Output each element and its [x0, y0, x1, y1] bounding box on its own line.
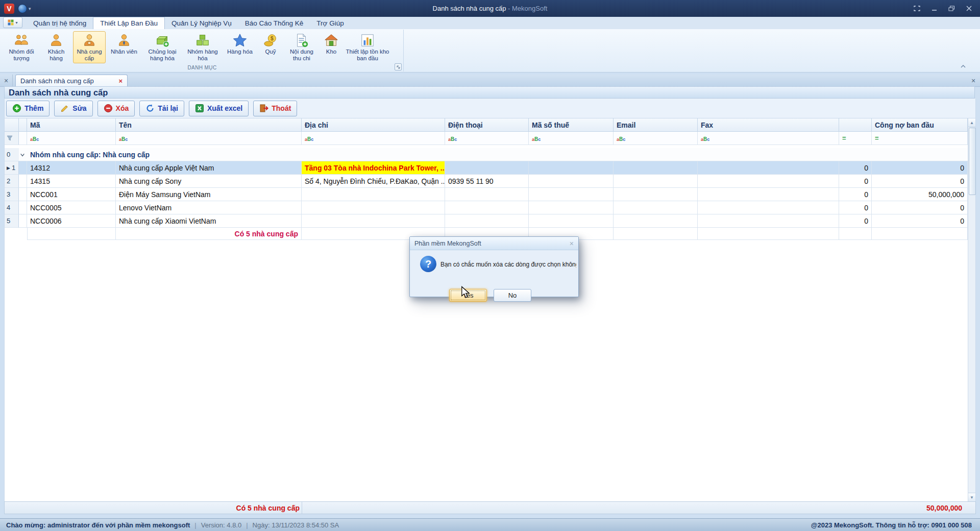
- dialog-close-icon[interactable]: ×: [570, 239, 574, 248]
- ribbon-item-thiet-lap-ton-kho[interactable]: Thiết lập tồn kho ban đầu: [344, 31, 391, 63]
- fullscreen-icon[interactable]: [910, 4, 924, 14]
- export-excel-button[interactable]: Xuất excel: [189, 101, 249, 116]
- filter-email[interactable]: aBc: [614, 132, 698, 145]
- scroll-up-icon[interactable]: ▲: [968, 118, 975, 127]
- window-controls: [910, 4, 976, 14]
- ribbon-item-hang-hoa[interactable]: Hàng hóa: [223, 31, 257, 57]
- table-row[interactable]: ▶1 14312 Nhà cung cấp Apple Việt Nam Tần…: [5, 161, 968, 175]
- no-button[interactable]: No: [494, 289, 531, 302]
- grid-footer-summary: Có 5 nhà cung cấp 50,000,000: [4, 501, 976, 514]
- status-date: Ngày: 13/11/2023 8:54:50 SA: [253, 521, 339, 529]
- dialog-title-bar[interactable]: Phần mềm MekongSoft ×: [410, 237, 578, 250]
- cell-c1: 0: [839, 161, 872, 175]
- filter-ten[interactable]: aBc: [116, 132, 302, 145]
- add-icon: [12, 104, 21, 113]
- filter-blank[interactable]: =: [839, 132, 872, 145]
- exit-button[interactable]: Thoát: [253, 101, 297, 116]
- scroll-down-icon[interactable]: ▼: [968, 493, 975, 501]
- fund-coins-icon: $: [263, 33, 278, 48]
- column-header-email[interactable]: Email: [614, 118, 698, 132]
- filter-dia-chi[interactable]: aBc: [302, 132, 445, 145]
- app-menu-grid-icon: [8, 19, 14, 26]
- cell-ma: 14315: [27, 175, 116, 188]
- quick-access-icon[interactable]: [18, 4, 27, 13]
- column-header-dia-chi[interactable]: Địa chỉ: [302, 118, 445, 132]
- collapse-ribbon-icon[interactable]: [961, 61, 966, 70]
- delete-button[interactable]: Xóa: [97, 101, 135, 116]
- cell-c1: 0: [839, 214, 872, 228]
- column-header-ma[interactable]: Mã: [27, 118, 116, 132]
- group-row[interactable]: 0 Nhóm nhà cung cấp: Nhà cung cấp: [5, 148, 968, 161]
- edit-button[interactable]: Sửa: [54, 101, 92, 116]
- receipt-content-icon: [294, 33, 309, 48]
- restore-icon[interactable]: [944, 4, 959, 14]
- text-filter-icon: aBc: [30, 134, 39, 142]
- cell-ma: NCC001: [27, 188, 116, 201]
- ribbon-tab-tro-giup[interactable]: Trợ Giúp: [310, 17, 350, 29]
- group-dialog-launcher-icon[interactable]: [395, 63, 402, 70]
- app-logo-icon[interactable]: V: [4, 4, 14, 14]
- cell-ma: NCC0006: [27, 214, 116, 228]
- confirm-delete-dialog: Phần mềm MekongSoft × ? Bạn có chắc muốn…: [409, 236, 579, 297]
- ribbon-item-quy[interactable]: $ Quỹ: [258, 31, 283, 57]
- column-header-fax[interactable]: Fax: [698, 118, 839, 132]
- table-row[interactable]: 2 14315 Nhà cung cấp Sony Số 4, Nguyễn Đ…: [5, 175, 968, 188]
- ribbon-item-chung-loai-hang-hoa[interactable]: Chủng loại hàng hóa: [142, 31, 182, 63]
- reload-icon: [145, 104, 155, 113]
- window-title-main: Danh sách nhà cung cấp: [433, 5, 506, 12]
- tab-close-icon[interactable]: ×: [118, 77, 122, 85]
- add-button[interactable]: Thêm: [6, 101, 50, 116]
- ribbon-body: Nhóm đối tượng Khách hàng Nhà cung cấp N…: [0, 29, 980, 73]
- tabbar-close-left-icon[interactable]: ×: [0, 75, 13, 86]
- filter-dien-thoai[interactable]: aBc: [445, 132, 529, 145]
- table-row[interactable]: 3 NCC001 Điện Máy Samsung VietNam 0 50,0…: [5, 188, 968, 201]
- group-expand-icon[interactable]: [20, 152, 25, 157]
- ribbon-tab-bao-cao-thong-ke[interactable]: Báo Cáo Thống Kê: [238, 17, 310, 29]
- filter-ma[interactable]: aBc: [27, 132, 116, 145]
- reload-button[interactable]: Tải lại: [139, 101, 184, 116]
- dialog-message: Bạn có chắc muốn xóa các dòng được chọn …: [440, 250, 576, 279]
- table-row[interactable]: 4 NCC0005 Lenovo VietNam 0 0: [5, 201, 968, 214]
- ribbon-tab-bar: ▾ Quản trị hệ thống Thiết Lập Ban Đầu Qu…: [0, 17, 980, 29]
- table-row[interactable]: 5 NCC0006 Nhà cung cấp Xiaomi VietNam 0 …: [5, 214, 968, 228]
- document-tab-active[interactable]: Danh sách nhà cung cấp ×: [15, 75, 128, 86]
- equals-filter-icon: =: [842, 134, 846, 142]
- ribbon-item-noi-dung-thu-chi[interactable]: Nội dung thu chi: [284, 31, 319, 63]
- filter-ma-so-thue[interactable]: aBc: [529, 132, 614, 145]
- ribbon-tab-quan-ly-nghiep-vu[interactable]: Quản Lý Nghiệp Vụ: [165, 17, 238, 29]
- status-welcome: Chào mừng: administrator đến với phần mề…: [6, 521, 190, 529]
- row-indicator: 0: [5, 148, 19, 161]
- row-indicator: 4: [5, 201, 19, 214]
- ribbon-item-nhom-hang-hoa[interactable]: Nhóm hàng hóa: [183, 31, 222, 63]
- ribbon-item-nhom-doi-tuong[interactable]: Nhóm đối tượng: [4, 31, 39, 63]
- cell-ten: Nhà cung cấp Sony: [116, 175, 302, 188]
- column-header-blank[interactable]: [839, 118, 872, 132]
- column-header-dien-thoai[interactable]: Điện thoại: [445, 118, 529, 132]
- cell-cong-no: 0: [872, 201, 968, 214]
- filter-cong-no[interactable]: =: [872, 132, 968, 145]
- close-icon[interactable]: [962, 4, 976, 14]
- ribbon-tab-thiet-lap-ban-dau[interactable]: Thiết Lập Ban Đầu: [93, 17, 165, 29]
- ribbon-item-khach-hang[interactable]: Khách hàng: [40, 31, 72, 63]
- ribbon-item-kho[interactable]: Kho: [320, 31, 342, 57]
- text-filter-icon: aBc: [701, 134, 709, 142]
- ribbon-item-nha-cung-cap[interactable]: Nhà cung cấp: [73, 31, 106, 63]
- column-header-cong-no[interactable]: Công nợ ban đầu: [872, 118, 968, 132]
- column-header-ma-so-thue[interactable]: Mã số thuế: [529, 118, 614, 132]
- footer-count: Có 5 nhà cung cấp: [5, 502, 302, 514]
- scrollbar-thumb[interactable]: [969, 128, 976, 195]
- product-star-icon: [232, 33, 248, 48]
- ribbon-item-nhan-vien[interactable]: Nhân viên: [107, 31, 141, 57]
- vertical-scrollbar[interactable]: ▲ ▼: [968, 118, 975, 501]
- grid-header-row: Mã Tên Địa chỉ Điện thoại Mã số thuế Ema…: [5, 118, 968, 132]
- minimize-icon[interactable]: [927, 4, 941, 14]
- people-group-icon: [14, 33, 29, 48]
- ribbon-tab-quan-tri-he-thong[interactable]: Quản trị hệ thống: [27, 17, 93, 29]
- app-menu-button[interactable]: ▾: [3, 17, 22, 28]
- tabbar-close-right-icon[interactable]: ×: [967, 75, 980, 86]
- column-header-ten[interactable]: Tên: [116, 118, 302, 132]
- status-bar: Chào mừng: administrator đến với phần mề…: [0, 518, 980, 531]
- quick-access-dropdown-icon[interactable]: ▾: [29, 6, 31, 11]
- filter-fax[interactable]: aBc: [698, 132, 839, 145]
- question-icon: ?: [420, 256, 436, 272]
